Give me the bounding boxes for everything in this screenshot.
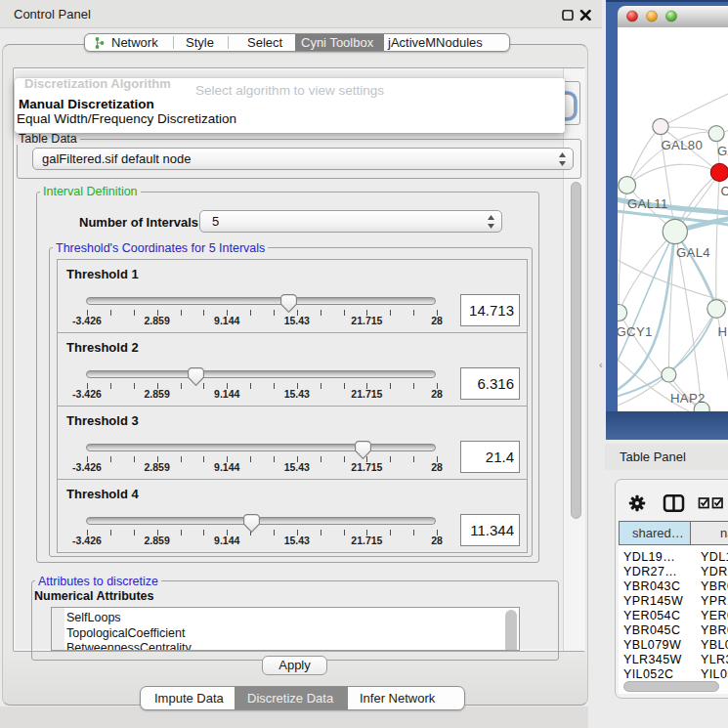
svg-text:GAL11: GAL11	[627, 196, 668, 211]
svg-text:GA: GA	[717, 144, 728, 158]
svg-text:GCY1: GCY1	[618, 324, 653, 339]
svg-text:HAP2: HAP2	[670, 391, 706, 406]
svg-text:H: H	[717, 324, 727, 339]
svg-text:GAL4: GAL4	[676, 245, 710, 260]
svg-text:C: C	[720, 184, 728, 198]
svg-text:GAL80: GAL80	[661, 138, 703, 152]
